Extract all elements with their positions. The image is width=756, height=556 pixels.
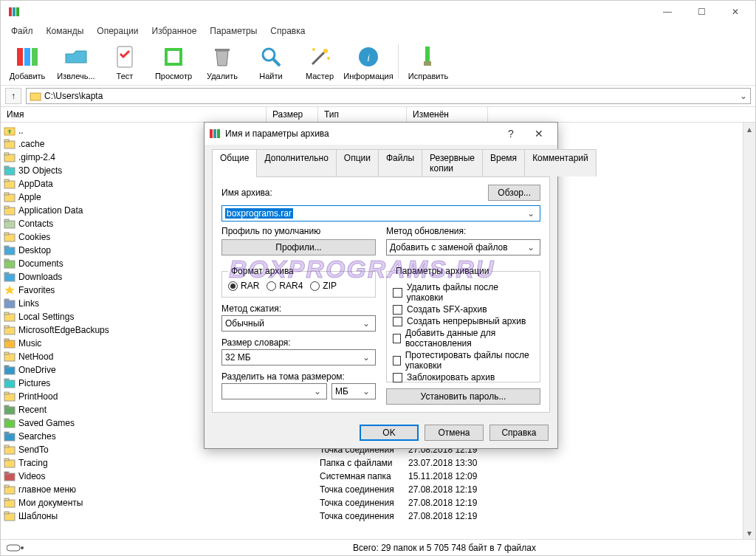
tb-view[interactable]: Просмотр bbox=[151, 42, 196, 82]
dialog-help-button[interactable]: ? bbox=[497, 123, 525, 144]
chk-recovery[interactable]: Добавить данные для восстановления bbox=[393, 328, 534, 349]
col-size[interactable]: Размер bbox=[267, 107, 318, 122]
chk-delete-after[interactable]: Удалить файлы после упаковки bbox=[393, 282, 534, 303]
split-unit-combo[interactable]: МБ ⌄ bbox=[331, 383, 376, 399]
archive-name-input[interactable]: boxprograms.rar bbox=[225, 208, 293, 219]
col-modified[interactable]: Изменён bbox=[407, 107, 488, 122]
tb-delete[interactable]: Удалить bbox=[200, 42, 244, 82]
tb-wizard[interactable]: Мастер bbox=[298, 42, 342, 82]
up-button[interactable]: ↑ bbox=[5, 88, 21, 104]
maximize-button[interactable]: ☐ bbox=[684, 1, 718, 23]
folder-icon bbox=[4, 231, 16, 243]
list-item[interactable]: TracingПапка с файлами23.07.2018 13:30 bbox=[1, 456, 755, 470]
close-button[interactable]: ✕ bbox=[718, 1, 752, 23]
statusbar: Всего: 29 папок и 5 705 748 байт в 7 фай… bbox=[1, 539, 755, 555]
tab-files[interactable]: Файлы bbox=[378, 149, 422, 176]
window-controls: — ☐ ✕ bbox=[650, 1, 752, 23]
folder-icon bbox=[4, 497, 16, 509]
tb-info[interactable]: iИнформация bbox=[346, 42, 391, 82]
folder-icon bbox=[4, 391, 16, 402]
profiles-button[interactable]: Профили... bbox=[221, 239, 376, 255]
svg-point-10 bbox=[263, 49, 275, 61]
split-size-combo[interactable]: ⌄ bbox=[221, 383, 327, 399]
folder-icon bbox=[4, 510, 16, 522]
split-unit-value: МБ bbox=[335, 386, 348, 397]
svg-rect-75 bbox=[4, 498, 9, 501]
svg-rect-23 bbox=[4, 140, 9, 142]
format-rar4[interactable]: RAR4 bbox=[267, 281, 303, 291]
dialog-close-button[interactable]: ✕ bbox=[525, 123, 553, 144]
path-icon bbox=[30, 90, 41, 102]
svg-rect-4 bbox=[24, 48, 30, 66]
chk-sfx[interactable]: Создать SFX-архив bbox=[393, 304, 534, 315]
compress-combo[interactable]: Обычный ⌄ bbox=[221, 315, 376, 332]
browse-button[interactable]: Обзор... bbox=[488, 185, 540, 201]
svg-rect-35 bbox=[4, 219, 9, 222]
file-type: Системная папка bbox=[320, 471, 408, 481]
tab-options[interactable]: Опции bbox=[336, 149, 379, 176]
help-button[interactable]: Справка bbox=[489, 425, 549, 441]
ok-button[interactable]: OK bbox=[360, 425, 419, 441]
menu-parameters[interactable]: Параметры bbox=[204, 24, 263, 38]
svg-rect-20 bbox=[30, 93, 41, 100]
file-name: Шаблоны bbox=[18, 511, 268, 521]
chk-lock[interactable]: Заблокировать архив bbox=[393, 372, 534, 382]
path-combo[interactable]: C:\Users\kapta ⌄ bbox=[26, 88, 751, 104]
tb-find[interactable]: Найти bbox=[249, 42, 293, 82]
svg-rect-29 bbox=[4, 179, 9, 182]
tab-comment[interactable]: Комментарий bbox=[524, 149, 597, 176]
tb-test[interactable]: Тест bbox=[103, 42, 147, 82]
update-method-combo[interactable]: Добавить с заменой файлов ⌄ bbox=[386, 239, 540, 255]
tab-advanced[interactable]: Дополнительно bbox=[256, 149, 336, 176]
list-item[interactable]: главное менюТочка соединения27.08.2018 1… bbox=[1, 483, 755, 496]
menu-commands[interactable]: Команды bbox=[41, 24, 90, 38]
list-item[interactable]: Мои документыТочка соединения27.08.2018 … bbox=[1, 496, 755, 509]
list-item[interactable]: VideosСистемная папка15.11.2018 12:09 bbox=[1, 470, 755, 483]
chk-solid[interactable]: Создать непрерывный архив bbox=[393, 316, 534, 326]
svg-rect-37 bbox=[4, 233, 9, 235]
tab-general[interactable]: Общие bbox=[212, 149, 257, 177]
menu-help[interactable]: Справка bbox=[264, 24, 311, 38]
scroll-up-icon[interactable]: ▴ bbox=[743, 123, 755, 135]
tab-backup[interactable]: Резервные копии bbox=[422, 149, 483, 176]
dict-label: Размер словаря: bbox=[221, 337, 291, 348]
archive-name-dropdown-icon[interactable]: ⌄ bbox=[525, 208, 537, 219]
svg-rect-65 bbox=[4, 432, 9, 434]
format-zip[interactable]: ZIP bbox=[310, 281, 337, 291]
file-type: Папка с файлами bbox=[320, 458, 408, 468]
menu-operations[interactable]: Операции bbox=[91, 24, 144, 38]
folder-icon bbox=[4, 218, 16, 230]
tb-repair[interactable]: Исправить bbox=[406, 42, 450, 82]
col-type[interactable]: Тип bbox=[318, 107, 407, 122]
arch-params-fieldset: Параметры архивации Удалить файлы после … bbox=[386, 266, 540, 382]
folder-icon bbox=[4, 151, 16, 163]
compress-value: Обычный bbox=[225, 318, 264, 329]
col-name[interactable]: Имя bbox=[1, 107, 267, 122]
folder-icon bbox=[4, 484, 16, 495]
cancel-button[interactable]: Отмена bbox=[425, 425, 484, 441]
set-password-button[interactable]: Установить пароль... bbox=[386, 388, 540, 405]
format-rar[interactable]: RAR bbox=[228, 281, 259, 291]
scrollbar[interactable]: ▴ ▾ bbox=[743, 123, 755, 539]
svg-rect-31 bbox=[4, 193, 9, 195]
svg-rect-1 bbox=[13, 7, 16, 16]
tab-time[interactable]: Время bbox=[482, 149, 525, 176]
dict-combo[interactable]: 32 МБ ⌄ bbox=[221, 349, 376, 365]
folder-icon bbox=[4, 457, 16, 469]
scroll-down-icon[interactable]: ▾ bbox=[743, 526, 755, 539]
chevron-down-icon: ⌄ bbox=[360, 386, 372, 397]
minimize-button[interactable]: — bbox=[650, 1, 684, 23]
tb-add[interactable]: Добавить bbox=[5, 42, 49, 82]
format-fieldset: Формат архива RAR RAR4 ZIP bbox=[221, 266, 376, 298]
menu-favorites[interactable]: Избранное bbox=[146, 24, 203, 38]
path-dropdown-icon[interactable]: ⌄ bbox=[740, 91, 747, 101]
svg-rect-82 bbox=[217, 129, 220, 138]
list-item[interactable]: ШаблоныТочка соединения27.08.2018 12:19 bbox=[1, 509, 755, 523]
svg-line-12 bbox=[312, 52, 324, 64]
update-method-value: Добавить с заменой файлов bbox=[390, 242, 508, 253]
menu-file[interactable]: Файл bbox=[5, 24, 39, 38]
tb-extract[interactable]: Извлечь... bbox=[54, 42, 98, 82]
chk-test[interactable]: Протестировать файлы после упаковки bbox=[393, 350, 534, 371]
toolbar-divider bbox=[398, 44, 399, 79]
folder-icon bbox=[4, 284, 16, 296]
